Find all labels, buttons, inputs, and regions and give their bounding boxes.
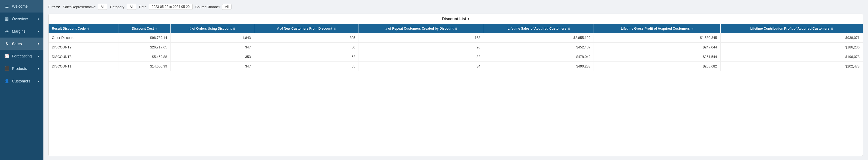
sidebar-item-customers[interactable]: 👤Customers▾	[0, 75, 43, 87]
cell-cost: $26,717.65	[119, 43, 170, 52]
cell-repeat_customers: 34	[359, 62, 484, 71]
filter-group-salesrepresentative: SalesRepresentative:All	[63, 4, 107, 10]
sidebar-item-forecasting[interactable]: 📈Forecasting▾	[0, 50, 43, 62]
cell-code: DISCOUNT2	[49, 43, 119, 52]
welcome-icon: ☰	[4, 4, 9, 9]
products-icon: ⬛	[4, 66, 9, 71]
sidebar-item-label-sales: Sales	[12, 42, 22, 46]
lifetime_contribution-sort-icon[interactable]: ⇅	[831, 27, 833, 30]
cell-new_customers: 55	[254, 62, 359, 71]
table-title: Discount List ▾	[49, 14, 863, 24]
filter-value[interactable]: All	[222, 4, 231, 10]
overview-chevron-icon: ▾	[38, 18, 39, 20]
repeat_customers-sort-icon[interactable]: ⇅	[455, 27, 457, 30]
sidebar-item-overview[interactable]: ▦Overview▾	[0, 12, 43, 25]
sidebar: ☰Welcome▦Overview▾◎Margins▾$Sales▾📈Forec…	[0, 0, 43, 160]
cell-new_customers: 60	[254, 43, 359, 52]
margins-chevron-icon: ▾	[38, 30, 39, 33]
margins-icon: ◎	[4, 29, 9, 34]
cell-lifetime_contribution: $186,236	[720, 43, 863, 52]
cell-lifetime_gross: $247,044	[594, 43, 720, 52]
new_customers-sort-icon[interactable]: ⇅	[334, 27, 336, 30]
cell-lifetime_contribution: $196,078	[720, 52, 863, 62]
code-sort-icon[interactable]: ⇅	[87, 27, 89, 30]
col-header-lifetime_sales[interactable]: Lifetime Sales of Acquired Customers⇅	[484, 24, 594, 33]
cell-lifetime_contribution: $938,071	[720, 33, 863, 43]
sales-icon: $	[4, 42, 9, 46]
table-body: Other Discount$96,789.141,843305168$2,85…	[49, 33, 863, 71]
sidebar-item-sales[interactable]: $Sales▾	[0, 37, 43, 50]
cell-new_customers: 305	[254, 33, 359, 43]
lifetime_gross-sort-icon[interactable]: ⇅	[691, 27, 693, 30]
cost-sort-icon[interactable]: ⇅	[155, 27, 157, 30]
cell-lifetime_sales: $2,855,129	[484, 33, 594, 43]
sales-chevron-icon: ▾	[38, 42, 39, 45]
cell-lifetime_gross: $261,544	[594, 52, 720, 62]
cell-lifetime_sales: $452,487	[484, 43, 594, 52]
table-row: DISCOUNT3$5,459.883535232$478,049$261,54…	[49, 52, 863, 62]
filter-value[interactable]: All	[98, 4, 107, 10]
sidebar-item-label-welcome: Welcome	[12, 4, 28, 8]
cell-lifetime_contribution: $202,478	[720, 62, 863, 71]
filter-group-category: Category:All	[110, 4, 136, 10]
cell-lifetime_gross: $1,580,345	[594, 33, 720, 43]
cell-orders: 353	[170, 52, 254, 62]
cell-lifetime_sales: $478,049	[484, 52, 594, 62]
col-header-orders[interactable]: # of Orders Using Discount⇅	[170, 24, 254, 33]
sidebar-item-label-customers: Customers	[12, 79, 30, 83]
cell-cost: $5,459.88	[119, 52, 170, 62]
cell-code: Other Discount	[49, 33, 119, 43]
customers-icon: 👤	[4, 79, 9, 83]
orders-sort-icon[interactable]: ⇅	[233, 27, 235, 30]
col-header-new_customers[interactable]: # of New Customers From Discount⇅	[254, 24, 359, 33]
col-header-code[interactable]: Result Discount Code⇅	[49, 24, 119, 33]
lifetime_sales-sort-icon[interactable]: ⇅	[568, 27, 570, 30]
sidebar-item-label-overview: Overview	[12, 17, 28, 21]
cell-cost: $14,650.99	[119, 62, 170, 71]
table-container: Discount List ▾ Result Discount Code⇅Dis…	[48, 14, 863, 156]
table-row: DISCOUNT1$14,650.993475534$490,233$268,6…	[49, 62, 863, 71]
sidebar-item-label-margins: Margins	[12, 29, 26, 33]
col-header-cost[interactable]: Discount Cost⇅	[119, 24, 170, 33]
cell-orders: 347	[170, 62, 254, 71]
table-title-text: Discount List	[442, 17, 466, 21]
col-header-repeat_customers[interactable]: # of Repeat Customers Created by Discoun…	[359, 24, 484, 33]
cell-repeat_customers: 26	[359, 43, 484, 52]
filter-name: SourceChannel:	[195, 5, 221, 9]
filter-value[interactable]: 2023-05-22 to 2024-05-20	[149, 4, 192, 10]
cell-orders: 1,843	[170, 33, 254, 43]
sidebar-item-margins[interactable]: ◎Margins▾	[0, 25, 43, 37]
cell-orders: 347	[170, 43, 254, 52]
table-row: DISCOUNT2$26,717.653476026$452,487$247,0…	[49, 43, 863, 52]
customers-chevron-icon: ▾	[38, 80, 39, 83]
cell-code: DISCOUNT1	[49, 62, 119, 71]
filters-label: Filters:	[48, 5, 60, 9]
products-chevron-icon: ▾	[38, 67, 39, 70]
sidebar-item-products[interactable]: ⬛Products▾	[0, 62, 43, 75]
overview-icon: ▦	[4, 16, 9, 21]
col-header-lifetime_gross[interactable]: Lifetime Gross Profit of Acquired Custom…	[594, 24, 720, 33]
sidebar-item-welcome[interactable]: ☰Welcome	[0, 0, 43, 12]
cell-repeat_customers: 32	[359, 52, 484, 62]
sidebar-item-label-products: Products	[12, 66, 27, 71]
filter-name: Date:	[139, 5, 147, 9]
discount-table: Result Discount Code⇅Discount Cost⇅# of …	[49, 24, 863, 71]
forecasting-icon: 📈	[4, 54, 9, 58]
filter-value[interactable]: All	[127, 4, 136, 10]
cell-cost: $96,789.14	[119, 33, 170, 43]
filter-group-date: Date:2023-05-22 to 2024-05-20	[139, 4, 193, 10]
filter-name: Category:	[110, 5, 125, 9]
cell-code: DISCOUNT3	[49, 52, 119, 62]
table-row: Other Discount$96,789.141,843305168$2,85…	[49, 33, 863, 43]
cell-lifetime_sales: $490,233	[484, 62, 594, 71]
forecasting-chevron-icon: ▾	[38, 55, 39, 58]
sidebar-item-label-forecasting: Forecasting	[12, 54, 32, 58]
table-title-chevron-icon[interactable]: ▾	[468, 17, 469, 21]
main-content: Filters: SalesRepresentative:AllCategory…	[43, 0, 868, 160]
col-header-lifetime_contribution[interactable]: Lifetime Contribution Profit of Acquired…	[720, 24, 863, 33]
cell-lifetime_gross: $268,682	[594, 62, 720, 71]
filter-group-sourcechannel: SourceChannel:All	[195, 4, 232, 10]
cell-repeat_customers: 168	[359, 33, 484, 43]
filter-name: SalesRepresentative:	[63, 5, 96, 9]
filters-bar: Filters: SalesRepresentative:AllCategory…	[48, 4, 863, 10]
